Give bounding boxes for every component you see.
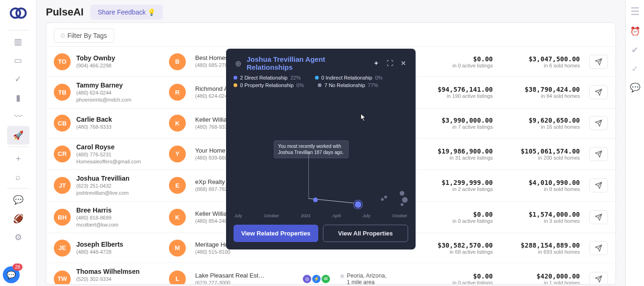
bulb-icon: 💡: [147, 8, 155, 16]
active-listings-cell: $30,582,570.00in 68 active listings: [418, 242, 493, 255]
agent-cell: Thomas Wilhelmsen (520) 302-9334 Tom@Lak…: [76, 268, 165, 285]
legend-item: 0 Property Relationship 0%: [234, 82, 304, 88]
agent-phone: (480) 624-0244: [76, 89, 165, 96]
magic-icon[interactable]: ✦: [372, 59, 381, 68]
send-button[interactable]: [589, 210, 608, 224]
active-listings-cell: $19,986,900.00in 31 active listings: [418, 147, 493, 161]
agent-email: mcolbert@kw.com: [76, 221, 165, 228]
company-avatar: R: [169, 84, 186, 101]
chart-dot-none[interactable]: [402, 197, 408, 203]
view-related-properties-button[interactable]: View Related Properties: [234, 225, 318, 242]
send-button[interactable]: [589, 147, 608, 161]
check-circle-icon[interactable]: ✔: [631, 45, 638, 55]
send-button[interactable]: [589, 55, 608, 69]
chart-dot-none[interactable]: [384, 196, 387, 198]
modal-title: Joshua Trevillian Agent Relationships: [247, 55, 368, 71]
table-row[interactable]: TW Thomas Wilhelmsen (520) 302-9334 Tom@…: [46, 263, 615, 285]
agent-phone: (480) 448-4728: [76, 249, 165, 255]
connector-line: [308, 152, 360, 203]
company-name: Lake Pleasant Real Estate: [195, 272, 265, 279]
agent-avatar: TO: [54, 53, 71, 70]
company-avatar: Y: [169, 146, 186, 162]
company-phone: (480) 515-8100: [195, 249, 234, 255]
expand-icon[interactable]: ⛶: [385, 59, 395, 68]
nav-building-icon[interactable]: ▥: [7, 32, 29, 51]
agent-cell: Carol Royse (480) 776-5231 Homesaleoffer…: [76, 143, 165, 165]
agent-name: Thomas Wilhelmsen: [76, 268, 165, 275]
agent-name: Joseph Elberts: [76, 241, 165, 248]
pill-icon: ✉: [322, 275, 330, 283]
agent-phone: (623) 251-0432: [76, 183, 165, 189]
spark-icon: ◎: [234, 59, 243, 68]
nav-football-icon[interactable]: 🏈: [7, 209, 29, 228]
agent-name: Joshua Trevillian: [76, 175, 165, 182]
sold-homes-cell: $288,154,889.00in 693 sold homes: [500, 242, 580, 255]
sold-homes-cell: $105,061,574.00in 200 sold homes: [500, 147, 580, 161]
chart-dot-none[interactable]: [401, 203, 403, 206]
send-button[interactable]: [589, 241, 608, 255]
nav-gear-icon[interactable]: ⚙: [7, 228, 29, 247]
chart-dot-none[interactable]: [400, 191, 404, 196]
view-all-properties-button[interactable]: View All Properties: [323, 225, 409, 242]
nav-rocket-icon[interactable]: 🚀: [7, 126, 29, 145]
nav-message-icon[interactable]: 💬: [7, 191, 29, 209]
nav-add-icon[interactable]: ＋: [7, 149, 29, 168]
nav-clipboard-icon[interactable]: ✓: [7, 70, 29, 88]
chart-dot-none[interactable]: [381, 198, 384, 201]
agent-name: Carlie Back: [76, 116, 165, 123]
agent-cell: Joseph Elberts (480) 448-4728: [76, 241, 165, 255]
sold-homes-cell: $38,790,424.00in 84 sold homes: [500, 86, 580, 99]
location-cell: Peoria, Arizona,1 mile area: [340, 272, 401, 285]
agent-email: phoenixmls@mdch.com: [76, 96, 165, 103]
send-button[interactable]: [589, 178, 608, 192]
close-icon[interactable]: ✕: [399, 59, 408, 68]
nav-chart-icon[interactable]: ▮: [7, 88, 29, 107]
send-button[interactable]: [589, 85, 608, 99]
agent-name: Tammy Barney: [76, 81, 165, 89]
nav-contact-icon[interactable]: ▭: [7, 51, 29, 70]
agent-phone: (480) 768-9333: [76, 124, 165, 130]
legend-item: 7 No Relationship 77%: [318, 82, 378, 88]
chat-count-badge: 28: [13, 264, 22, 271]
share-feedback-button[interactable]: Share Feedback💡: [90, 5, 163, 20]
sold-homes-cell: $3,047,500.00in 6 sold homes: [500, 55, 580, 68]
legend: 2 Direct Relationship 22%0 Indirect Rela…: [234, 75, 408, 88]
chart-area: You most recently worked with Joshua Tre…: [234, 92, 408, 218]
send-button[interactable]: [589, 116, 608, 130]
agent-avatar: JE: [54, 240, 71, 257]
sold-homes-cell: $9,620,650.00in 16 sold homes: [500, 117, 580, 130]
agent-phone: (480) 776-5231: [76, 151, 165, 158]
active-listings-cell: $3,990,000.00in 7 active listings: [418, 117, 493, 130]
nav-trend-icon[interactable]: 〰: [7, 107, 29, 126]
agent-phone: (480) 818-8699: [76, 214, 165, 221]
header: PulseAI Share Feedback💡: [37, 0, 625, 22]
comment-icon[interactable]: 💬: [630, 82, 640, 93]
nav-search-icon[interactable]: ⌕: [7, 168, 29, 186]
active-listings-cell: $0.00in 0 active listings: [418, 211, 493, 224]
sold-homes-cell: $420,000.00in 1 sold homes: [500, 272, 580, 285]
company-avatar: E: [169, 177, 186, 194]
active-listings-cell: $1,299,999.00in 2 active listings: [418, 179, 493, 192]
agent-avatar: BH: [54, 209, 71, 226]
checkmark-icon[interactable]: ✓: [631, 64, 638, 74]
legend-item: 2 Direct Relationship 22%: [234, 75, 301, 81]
filter-by-tags-button[interactable]: Filter By Tags: [54, 29, 114, 43]
axis-tick: October: [392, 213, 407, 218]
agent-cell: Joshua Trevillian (623) 251-0432 joshtre…: [76, 175, 165, 197]
send-button[interactable]: [589, 272, 608, 285]
company-avatar: L: [169, 271, 186, 285]
agent-name: Carol Royse: [76, 143, 165, 151]
company-avatar: K: [169, 115, 186, 132]
company-name: eXp Realty: [195, 178, 230, 185]
company-avatar: M: [169, 240, 186, 257]
alarm-icon[interactable]: ⏰: [630, 26, 640, 37]
active-listings-cell: $0.00in 0 active listings: [418, 55, 493, 68]
chart-dot-direct[interactable]: [313, 198, 318, 202]
active-listings-cell: $94,576,141.00in 190 active listings: [418, 86, 493, 99]
chart-dot-direct-active[interactable]: [355, 201, 361, 208]
hamburger-icon[interactable]: ☰: [630, 6, 640, 18]
legend-item: 0 Indirect Relationship 0%: [315, 75, 383, 81]
chat-bubble[interactable]: 💬28: [3, 266, 20, 283]
agent-avatar: JT: [54, 177, 71, 194]
agent-avatar: CB: [54, 115, 71, 132]
